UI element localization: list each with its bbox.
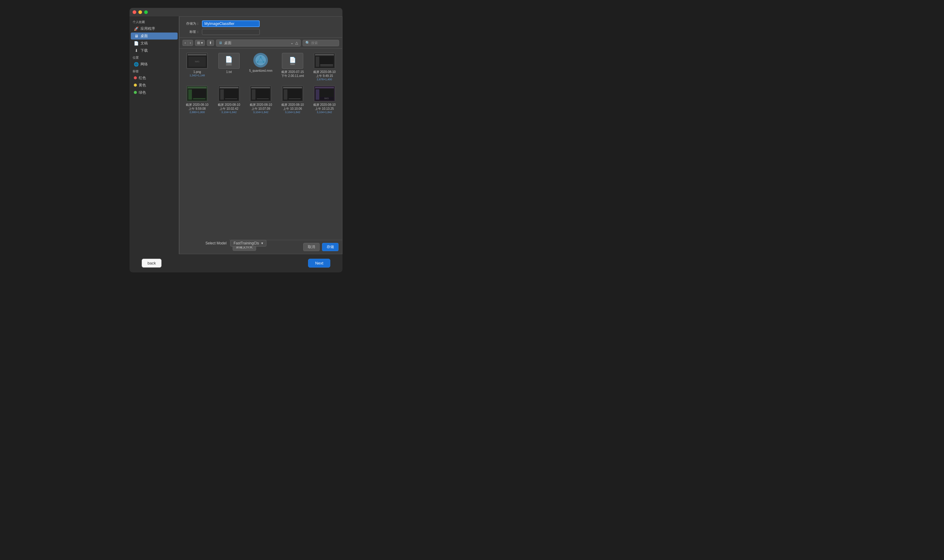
titlebar (129, 8, 342, 17)
sidebar-section-favorites: 个人收藏 🚀 应用程序 🖥 桌面 📄 文稿 ⬇ 下载 (129, 19, 179, 54)
network-icon: 🌐 (134, 62, 139, 66)
desktop-icon: 🖥 (134, 34, 139, 38)
sidebar-apps-label: 应用程序 (140, 26, 155, 31)
file-name: 截屏 2020-08-10上午 10.02.42 (218, 103, 240, 111)
file-thumbnail-mnn (253, 53, 268, 68)
forward-nav-button[interactable]: › (188, 40, 193, 46)
red-tag-dot (134, 76, 137, 79)
maximize-button[interactable] (144, 10, 148, 14)
list-item[interactable]: 截屏 2020-08-10上午 9.49.15 2,676×1,400 (309, 51, 340, 83)
dropdown-chevron-icon: ▾ (261, 241, 263, 245)
yellow-tag-dot (134, 84, 137, 87)
sidebar-item-green[interactable]: 绿色 (131, 89, 178, 96)
file-toolbar: ‹ › ⊞ ▾ ⬆ 🖥 桌面 ⌄ △ 🔍 搜索 (179, 38, 342, 49)
file-meta: 2,880×1,800 (189, 111, 205, 114)
sidebar-item-red[interactable]: 红色 (131, 74, 178, 82)
next-button[interactable]: Next (308, 259, 330, 268)
file-meta: 3,104×1,842 (317, 111, 332, 114)
select-model-dropdown[interactable]: FastTrainingCls ▾ (230, 240, 267, 246)
file-thumbnail-xml: 📄 XML (282, 53, 303, 69)
sidebar-item-downloads[interactable]: ⬇ 下载 (131, 47, 178, 54)
sidebar-downloads-label: 下载 (140, 48, 148, 53)
sidebar-green-label: 绿色 (139, 90, 146, 95)
sidebar: 个人收藏 🚀 应用程序 🖥 桌面 📄 文稿 ⬇ 下载 位置 🌐 网络 (129, 17, 179, 254)
file-thumbnail-png: IMG (186, 53, 208, 69)
location-chevron: ⌄ (290, 41, 294, 45)
file-meta: 2,676×1,400 (317, 78, 332, 81)
view-button[interactable]: ⊞ ▾ (195, 40, 205, 46)
search-icon: 🔍 (305, 41, 310, 45)
file-thumbnail-txt: 📄 .TXT (219, 53, 240, 69)
file-thumbnail-screenshot (250, 86, 271, 102)
file-meta: 1,342×1,148 (189, 74, 205, 77)
select-model-row: Select Model FastTrainingCls ▾ (129, 240, 342, 246)
back-button[interactable]: back (142, 259, 162, 268)
list-item[interactable]: 📄 XML 截屏 2020-07-15下午 2.00.11.xml (277, 51, 308, 83)
sidebar-item-network[interactable]: 🌐 网络 (131, 61, 178, 68)
sidebar-network-label: 网络 (140, 62, 148, 67)
downloads-icon: ⬇ (134, 48, 139, 53)
file-name: 截屏 2020-07-15下午 2.00.11.xml (281, 70, 304, 78)
file-thumbnail-screenshot (186, 86, 208, 102)
list-item[interactable]: 截屏 2020-08-10上午 9.59.08 2,880×1,800 (182, 84, 213, 116)
file-name: 截屏 2020-08-10上午 9.49.15 (313, 70, 336, 78)
file-thumbnail-screenshot (282, 86, 303, 102)
file-name: 截屏 2020-08-10上午 10.13.25 (313, 103, 336, 111)
list-item[interactable]: IMG 1.png 1,342×1,148 (182, 51, 213, 83)
list-item[interactable]: 5_quantized.mnn (245, 51, 276, 83)
location-label: 位置 (129, 54, 179, 60)
location-bar[interactable]: 🖥 桌面 ⌄ △ (216, 40, 301, 46)
location-text: 桌面 (224, 40, 231, 46)
save-dialog: 存储为： 标签： ‹ › ⊞ ▾ ⬆ 🖥 桌面 ⌄ △ 🔍 (179, 17, 342, 254)
file-thumbnail-screenshot: IMG (314, 86, 335, 102)
file-thumbnail-screenshot (314, 53, 335, 69)
file-name: 截屏 2020-08-10上午 10.10.06 (281, 103, 304, 111)
sidebar-item-yellow[interactable]: 黄色 (131, 82, 178, 89)
dialog-header: 存储为： 标签： (179, 17, 342, 38)
search-bar[interactable]: 🔍 搜索 (303, 40, 339, 46)
sidebar-section-tags: 标签 红色 黄色 绿色 (129, 68, 179, 96)
save-as-label: 存储为： (184, 21, 200, 26)
sidebar-documents-label: 文稿 (140, 41, 148, 46)
documents-icon: 📄 (134, 41, 139, 46)
save-as-row: 存储为： (184, 20, 337, 27)
green-tag-dot (134, 91, 137, 94)
file-name: 截屏 2020-08-10上午 9.59.08 (186, 103, 208, 111)
list-item[interactable]: IMG 截屏 2020-08-10上午 10.13.25 3,104×1,842 (309, 84, 340, 116)
main-window: 个人收藏 🚀 应用程序 🖥 桌面 📄 文稿 ⬇ 下载 位置 🌐 网络 (129, 8, 342, 272)
tags-label: 标签： (184, 29, 200, 34)
tags-input[interactable] (202, 29, 260, 35)
sidebar-item-documents[interactable]: 📄 文稿 (131, 40, 178, 47)
back-nav-button[interactable]: ‹ (182, 40, 188, 46)
file-name: 1.png (193, 70, 201, 74)
sidebar-item-apps[interactable]: 🚀 应用程序 (131, 25, 178, 32)
sidebar-desktop-label: 桌面 (140, 34, 148, 38)
file-meta: 3,104×1,842 (253, 111, 268, 114)
share-button[interactable]: ⬆ (207, 40, 214, 46)
tags-section-label: 标签 (129, 68, 179, 74)
sidebar-item-desktop[interactable]: 🖥 桌面 (131, 32, 178, 40)
file-name: 1.txt (226, 70, 232, 74)
file-name: 截屏 2020-08-10上午 10.07.09 (250, 103, 272, 111)
list-item[interactable]: 截屏 2020-08-10上午 10.10.06 3,104×1,842 (277, 84, 308, 116)
location-folder-icon: 🖥 (219, 41, 222, 45)
select-model-value: FastTrainingCls (234, 241, 259, 245)
sidebar-section-location: 位置 🌐 网络 (129, 54, 179, 68)
file-meta: 3,104×1,842 (222, 111, 237, 114)
bottom-nav-bar: back Next (129, 254, 342, 272)
file-name: 5_quantized.mnn (249, 69, 273, 73)
sidebar-red-label: 红色 (139, 75, 146, 80)
nav-buttons: ‹ › (182, 40, 193, 46)
favorites-label: 个人收藏 (129, 19, 179, 25)
apps-icon: 🚀 (134, 26, 139, 31)
sidebar-yellow-label: 黄色 (139, 83, 146, 88)
file-thumbnail-screenshot (219, 86, 240, 102)
list-item[interactable]: 截屏 2020-08-10上午 10.07.09 3,104×1,842 (245, 84, 276, 116)
minimize-button[interactable] (139, 10, 142, 14)
list-item[interactable]: 📄 .TXT 1.txt (214, 51, 245, 83)
save-as-input[interactable] (202, 20, 260, 27)
file-meta: 3,104×1,842 (285, 111, 300, 114)
tags-row: 标签： (184, 29, 337, 35)
list-item[interactable]: 截屏 2020-08-10上午 10.02.42 3,104×1,842 (214, 84, 245, 116)
close-button[interactable] (132, 10, 136, 14)
